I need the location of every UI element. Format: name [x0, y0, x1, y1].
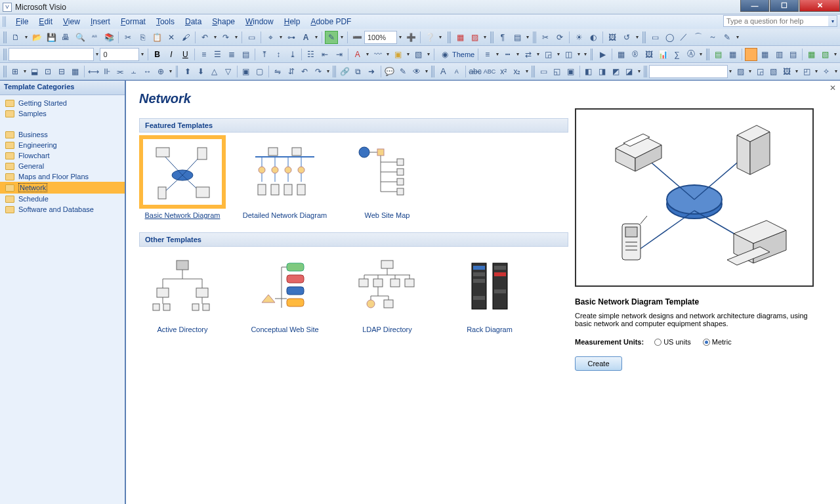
fill-color-dropdown[interactable]: ▾	[405, 51, 411, 57]
template-ldap-directory[interactable]: LDAP Directory	[344, 253, 430, 333]
bg3-icon[interactable]: ▥	[772, 48, 785, 61]
toolbar-grip[interactable]	[431, 66, 434, 77]
send-back-icon[interactable]: ⬇	[195, 65, 207, 78]
ink-tool-icon[interactable]: ✎	[325, 31, 338, 44]
container-icon[interactable]: ▣	[564, 65, 577, 78]
distribute-icon[interactable]: ⊪	[101, 65, 114, 78]
shadow-icon[interactable]: ▧	[412, 48, 425, 61]
ungroup-icon[interactable]: ▢	[253, 65, 266, 78]
paragraph-icon[interactable]: ¶	[496, 31, 509, 44]
open-icon[interactable]: 📂	[30, 31, 43, 44]
flip-v-icon[interactable]: ⇵	[285, 65, 297, 78]
explode-icon[interactable]: ✧	[820, 65, 833, 78]
research-icon[interactable]: 📚	[102, 31, 116, 44]
transparency-dropdown[interactable]: ▾	[576, 51, 582, 57]
redo-icon[interactable]: ↷	[219, 31, 232, 44]
copy-icon[interactable]: ⎘	[136, 31, 149, 44]
decrease-font-icon[interactable]: A	[451, 65, 463, 78]
page-setup-icon[interactable]: ▦	[726, 48, 738, 61]
symbol-icon[interactable]: ®	[629, 48, 641, 61]
connect-shapes-icon[interactable]: ⫘	[114, 65, 127, 78]
zoom-input[interactable]	[364, 31, 397, 44]
send-backward-icon[interactable]: ▽	[222, 65, 234, 78]
sidebar-item-general[interactable]: General	[0, 161, 125, 171]
indent-more-icon[interactable]: ⇥	[333, 48, 345, 61]
font-color-icon[interactable]: A	[351, 48, 364, 61]
line-icon[interactable]: ／	[677, 31, 690, 44]
review-icon[interactable]: 💬	[383, 65, 396, 78]
layout-icon[interactable]: ▤	[511, 31, 524, 44]
template-rack-diagram[interactable]: Rack Diagram	[446, 253, 533, 333]
increase-font-icon[interactable]: A	[437, 65, 450, 78]
text-dropdown[interactable]: ▾	[313, 34, 320, 40]
bring-front-icon[interactable]: ⬆	[181, 65, 194, 78]
line-ends-dropdown[interactable]: ▾	[535, 51, 541, 57]
markup-icon[interactable]: ✎	[397, 65, 410, 78]
goto-icon[interactable]: ➜	[366, 65, 378, 78]
template-active-directory[interactable]: Active Directory	[139, 253, 226, 333]
template-detailed-network-diagram[interactable]: Detailed Network Diagram	[242, 139, 328, 219]
help-icon[interactable]: ❔	[423, 31, 436, 44]
menu-data[interactable]: Data	[180, 16, 207, 28]
draw-overflow[interactable]: ▾	[734, 34, 741, 40]
toolbar-grip[interactable]	[176, 66, 179, 77]
equation-icon[interactable]: ∑	[671, 48, 683, 61]
menu-tools[interactable]: Tools	[151, 16, 180, 28]
sidebar-item-samples[interactable]: Samples	[0, 108, 125, 119]
redo-dropdown[interactable]: ▾	[233, 34, 240, 40]
style-dropdown[interactable]: ▾	[728, 68, 734, 74]
text-tool-icon[interactable]: A	[299, 31, 312, 44]
bold-icon[interactable]: B	[151, 48, 163, 61]
font-name-input[interactable]	[9, 48, 94, 61]
link-data-icon[interactable]: ⧉	[352, 65, 364, 78]
valign-top-icon[interactable]: ⤒	[258, 48, 270, 61]
font-size-dropdown[interactable]: ▾	[139, 51, 146, 57]
menu-insert[interactable]: Insert	[85, 16, 116, 28]
spellcheck-icon[interactable]: ᴬᴮ	[88, 31, 101, 44]
field-icon[interactable]: ▦	[615, 48, 627, 61]
sidebar-item-network[interactable]: Network	[0, 182, 125, 194]
toolbar-grip[interactable]	[3, 32, 7, 43]
minimize-button[interactable]: —	[740, 0, 769, 12]
rotate-left-icon[interactable]: ↶	[299, 65, 311, 78]
toolbar-grip[interactable]	[333, 66, 336, 77]
corner-style-dropdown[interactable]: ▾	[813, 68, 819, 74]
align-left-icon[interactable]: ≡	[198, 48, 210, 61]
ink-dropdown[interactable]: ▾	[339, 34, 345, 40]
pdf-overflow[interactable]: ▾	[482, 34, 488, 40]
callout-icon[interactable]: ◱	[551, 65, 564, 78]
dynamic-grid-icon[interactable]: ⊡	[42, 65, 54, 78]
shadow-dropdown[interactable]: ▾	[425, 51, 432, 57]
group-icon[interactable]: ▣	[240, 65, 253, 78]
toolbar-grip[interactable]	[642, 32, 646, 43]
toolbar-grip[interactable]	[644, 66, 647, 77]
undo-icon[interactable]: ↶	[198, 31, 211, 44]
toolbar-grip[interactable]	[532, 66, 535, 77]
superscript-icon[interactable]: x²	[497, 65, 510, 78]
spacing-icon[interactable]: ↔	[141, 65, 154, 78]
sidebar-item-flowchart[interactable]: Flowchart	[0, 150, 125, 161]
line-ends-icon[interactable]: ⇄	[522, 48, 534, 61]
pencil-icon[interactable]: ✎	[721, 31, 734, 44]
picture-icon[interactable]: 🖼	[606, 31, 619, 44]
maximize-button[interactable]: ☐	[770, 0, 799, 12]
hyperlink-icon[interactable]: 🔗	[339, 65, 351, 78]
radio-metric[interactable]: Metric	[703, 338, 732, 346]
line-color-icon[interactable]: 〰	[371, 48, 384, 61]
part2-icon[interactable]: ◨	[596, 65, 608, 78]
crop-icon[interactable]: ✂	[539, 31, 552, 44]
insert-overflow[interactable]: ▾	[698, 51, 705, 57]
bg2-icon[interactable]: ▦	[759, 48, 771, 61]
pdf-convert-icon[interactable]: ▨	[468, 31, 481, 44]
new-icon[interactable]: 🗋	[9, 31, 22, 44]
format-painter-icon[interactable]: 🖌	[179, 31, 192, 44]
fill-color-icon[interactable]: ▣	[392, 48, 404, 61]
line-pattern-dropdown[interactable]: ▾	[514, 51, 521, 57]
layout-shapes-icon[interactable]: ⫠	[128, 65, 140, 78]
sidebar-item-business[interactable]: Business	[0, 129, 125, 140]
ruler-sub-icon[interactable]: ⊟	[56, 65, 68, 78]
align-shapes-icon[interactable]: ⟷	[87, 65, 100, 78]
format3-overflow[interactable]: ▾	[833, 68, 839, 74]
rectangle-icon[interactable]: ▭	[648, 31, 662, 44]
delete-icon[interactable]: ✕	[165, 31, 178, 44]
